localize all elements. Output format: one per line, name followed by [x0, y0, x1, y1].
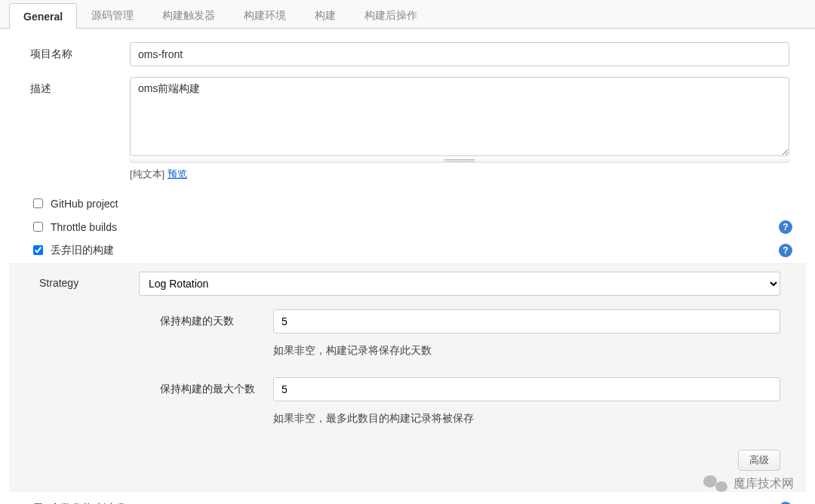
days-to-keep-help: 如果非空，构建记录将保存此天数: [273, 344, 780, 358]
discard-old-subsection: Strategy Log Rotation 保持构建的天数 如果非空，构建记录将…: [9, 263, 806, 492]
max-builds-label: 保持构建的最大个数: [160, 377, 273, 432]
discard-old-builds-label: 丢弃旧的构建: [51, 244, 114, 257]
project-name-label: 项目名称: [9, 42, 130, 66]
strategy-select[interactable]: Log Rotation: [139, 272, 780, 296]
max-builds-input[interactable]: [273, 377, 780, 401]
tab-post-build[interactable]: 构建后操作: [350, 2, 432, 29]
max-builds-help: 如果非空，最多此数目的构建记录将被保存: [273, 412, 780, 426]
github-project-label: GitHub project: [51, 198, 118, 210]
tab-scm[interactable]: 源码管理: [77, 2, 148, 29]
format-hint: [纯文本]: [130, 168, 168, 180]
tab-general[interactable]: General: [9, 3, 77, 29]
throttle-builds-label: Throttle builds: [51, 221, 117, 233]
strategy-label: Strategy: [18, 272, 139, 296]
preview-link[interactable]: 预览: [168, 168, 187, 180]
advanced-button[interactable]: 高级: [738, 450, 780, 471]
github-project-checkbox[interactable]: [33, 198, 43, 208]
project-name-input[interactable]: [130, 42, 789, 66]
description-label: 描述: [9, 77, 130, 181]
days-to-keep-input[interactable]: [273, 309, 780, 333]
tab-build[interactable]: 构建: [300, 2, 350, 29]
tab-build-env[interactable]: 构建环境: [229, 2, 300, 29]
textarea-resize-handle[interactable]: [130, 158, 789, 163]
help-icon[interactable]: ?: [779, 220, 792, 234]
help-icon[interactable]: ?: [779, 244, 792, 257]
description-textarea[interactable]: oms前端构建: [130, 77, 789, 156]
config-tabs: General 源码管理 构建触发器 构建环境 构建 构建后操作: [0, 0, 815, 29]
discard-old-builds-checkbox[interactable]: [33, 245, 43, 255]
parameterized-build-label: 参数化构建过程: [51, 502, 125, 505]
tab-triggers[interactable]: 构建触发器: [148, 2, 229, 29]
throttle-builds-checkbox[interactable]: [33, 222, 43, 232]
days-to-keep-label: 保持构建的天数: [160, 309, 273, 364]
general-section: 项目名称 描述 oms前端构建 [纯文本] 预览 GitHub project …: [0, 29, 815, 504]
help-icon[interactable]: ?: [779, 502, 792, 505]
